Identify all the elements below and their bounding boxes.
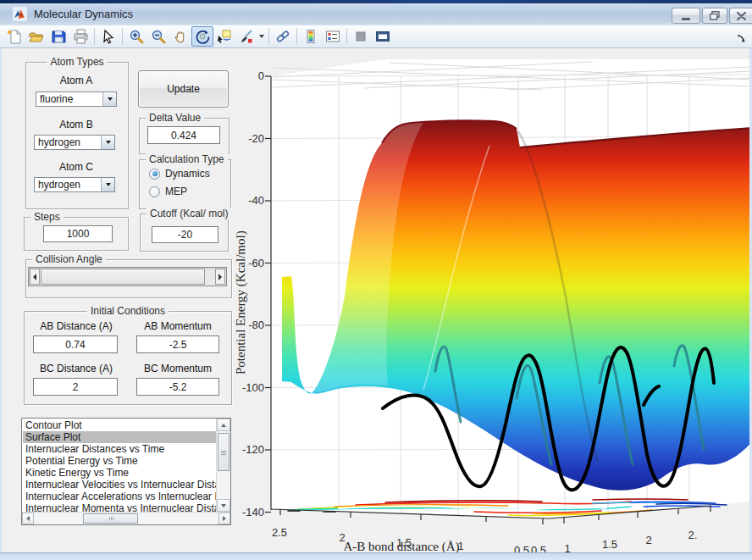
window-controls <box>672 8 752 24</box>
dropdown-arrow-button[interactable] <box>101 136 114 149</box>
steps-field[interactable]: 1000 <box>43 225 113 242</box>
calculation-type-title: Calculation Type <box>146 153 228 165</box>
toolbar-separator <box>122 28 123 45</box>
dropdown-arrow-button[interactable] <box>102 92 116 106</box>
hide-plot-tools-button[interactable] <box>350 26 372 47</box>
list-item[interactable]: Internuclear Distances vs Time <box>23 443 216 455</box>
dynamics-radio[interactable] <box>149 169 160 180</box>
list-item[interactable]: Kinetic Energy vs Time <box>23 467 216 479</box>
minimize-button[interactable] <box>672 8 700 24</box>
chevron-down-icon <box>106 141 111 144</box>
dynamics-radio-label: Dynamics <box>165 168 210 180</box>
ab-momentum-label: AB Momentum <box>134 320 222 332</box>
delta-value-field[interactable]: 0.424 <box>147 126 220 144</box>
zoom-in-icon <box>129 29 144 44</box>
data-cursor-button[interactable] <box>213 26 235 47</box>
insert-legend-button[interactable] <box>322 26 344 47</box>
y-axis-label: Potential Energy (Kcal/mol) <box>234 188 248 417</box>
thumb-grip <box>221 452 226 453</box>
hide-plot-tools-icon <box>353 29 368 44</box>
bc-distance-field[interactable]: 2 <box>33 378 118 396</box>
open-file-button[interactable] <box>25 26 47 47</box>
bc-momentum-label: BC Momentum <box>134 363 222 374</box>
arrow-left-icon <box>33 274 36 280</box>
plot-type-list: Contour PlotSurface PlotInternuclear Dis… <box>23 419 216 513</box>
cutoff-field[interactable]: -20 <box>152 226 218 243</box>
mep-radio[interactable] <box>149 186 160 197</box>
atom-a-value: fluorine <box>36 92 102 106</box>
dropdown-arrow-button[interactable] <box>101 178 114 191</box>
save-button[interactable] <box>47 26 69 47</box>
plot-type-listbox[interactable]: Contour PlotSurface PlotInternuclear Dis… <box>21 418 231 525</box>
toolbar-overflow-arrow[interactable] <box>737 34 746 43</box>
toolbar-separator <box>94 28 95 45</box>
collision-angle-slider[interactable] <box>28 267 227 286</box>
scroll-left-button[interactable] <box>22 513 34 524</box>
restore-button[interactable] <box>702 8 727 24</box>
zoom-out-button[interactable] <box>147 26 169 47</box>
pan-hand-button[interactable] <box>169 26 191 47</box>
list-item[interactable]: Surface Plot <box>23 431 216 443</box>
show-plot-tools-button[interactable] <box>372 26 394 47</box>
vertical-scrollbar[interactable] <box>216 419 230 512</box>
save-icon <box>51 29 66 44</box>
list-item[interactable]: Internuclear Accelerations vs Internucle… <box>23 491 216 502</box>
update-button[interactable]: Update <box>138 70 229 108</box>
show-plot-tools-icon <box>375 29 390 44</box>
atom-c-dropdown[interactable]: hydrogen <box>34 177 115 192</box>
link-plots-button[interactable] <box>272 26 294 47</box>
open-file-icon <box>29 29 44 44</box>
list-item[interactable]: Contour Plot <box>23 419 216 431</box>
horizontal-scrollbar[interactable] <box>22 512 230 524</box>
chevron-down-icon <box>108 97 113 101</box>
rotate-3d-icon <box>195 29 210 44</box>
vertical-scroll-thumb[interactable] <box>218 433 229 471</box>
slider-thumb[interactable] <box>41 269 205 285</box>
restore-icon <box>710 11 720 20</box>
scroll-down-button[interactable] <box>217 499 230 512</box>
scroll-right-button[interactable] <box>218 513 230 524</box>
horizontal-scroll-thumb[interactable] <box>83 513 138 524</box>
arrow-up-icon <box>221 424 226 427</box>
atom-a-label: Atom A <box>27 75 125 86</box>
print-icon <box>73 29 88 44</box>
window-left-border <box>0 48 2 560</box>
toolbar-separator <box>346 28 347 45</box>
window-bottom-border <box>0 552 752 560</box>
zoom-in-button[interactable] <box>125 26 147 47</box>
matlab-icon <box>13 7 27 21</box>
insert-colorbar-button[interactable] <box>300 26 322 47</box>
bc-distance-label: BC Distance (A) <box>32 363 120 374</box>
list-item[interactable]: Potential Energy vs Time <box>23 455 216 467</box>
brush-menu-caret[interactable] <box>257 26 266 47</box>
ab-momentum-field[interactable]: -2.5 <box>136 335 219 353</box>
ab-distance-field[interactable]: 0.74 <box>33 335 118 353</box>
arrow-cursor-button[interactable] <box>97 26 119 47</box>
rotate-3d-button[interactable] <box>191 26 213 47</box>
atom-b-value: hydrogen <box>35 136 101 149</box>
list-item[interactable]: Internuclear Velocities vs Internuclear … <box>23 479 216 491</box>
cutoff-title: Cutoff (Kcal/ mol) <box>147 208 231 219</box>
atom-types-title: Atom Types <box>47 56 107 68</box>
brush-button[interactable] <box>235 26 257 47</box>
dynamics-radio-row[interactable]: Dynamics <box>149 168 210 180</box>
delta-value-title: Delta Value <box>146 112 204 124</box>
slider-right-arrow[interactable] <box>215 269 225 285</box>
scroll-up-button[interactable] <box>217 419 230 431</box>
atom-b-dropdown[interactable]: hydrogen <box>34 135 115 150</box>
mep-radio-label: MEP <box>165 186 187 197</box>
figure-toolbar <box>0 25 752 48</box>
bc-momentum-field[interactable]: -5.2 <box>136 378 219 396</box>
link-plots-icon <box>275 29 290 44</box>
chevron-down-icon <box>106 183 111 186</box>
mep-radio-row[interactable]: MEP <box>149 186 187 197</box>
close-button[interactable] <box>729 8 752 24</box>
new-document-button[interactable] <box>3 26 25 47</box>
minimize-icon <box>682 18 690 20</box>
arrow-down-icon <box>221 504 226 507</box>
atom-a-dropdown[interactable]: fluorine <box>36 91 117 107</box>
calculation-type-panel: Calculation Type <box>139 159 231 209</box>
slider-left-arrow[interactable] <box>30 269 40 285</box>
print-button[interactable] <box>69 26 91 47</box>
thumb-grip <box>111 517 112 520</box>
